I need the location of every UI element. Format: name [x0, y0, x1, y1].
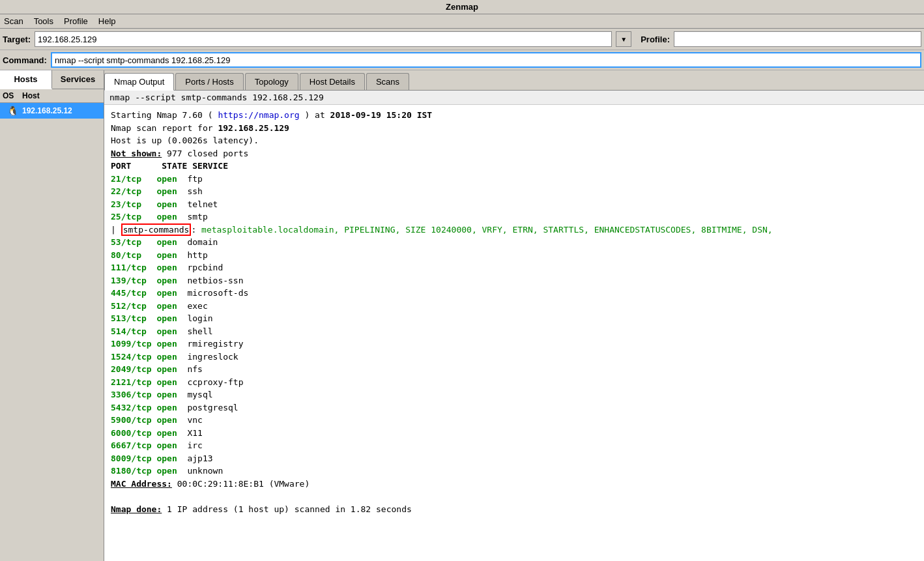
tab-topology[interactable]: Topology [245, 73, 298, 90]
title-bar: Zenmap [0, 0, 924, 14]
tab-scans[interactable]: Scans [366, 73, 409, 90]
output-port-22: 22/tcp open ssh [111, 185, 917, 198]
output-port-25: 25/tcp open smtp [111, 210, 917, 223]
tab-nmap-output[interactable]: Nmap Output [104, 73, 174, 91]
target-input[interactable] [35, 31, 612, 47]
host-ip: 192.168.25.12 [22, 106, 72, 115]
host-item[interactable]: 🐧 192.168.25.12 [0, 103, 104, 119]
menu-scan[interactable]: Scan [4, 16, 23, 26]
smtp-commands-highlight: smtp-commands [121, 223, 192, 236]
tab-hosts[interactable]: Hosts [0, 70, 52, 89]
right-panel: Nmap Output Ports / Hosts Topology Host … [104, 70, 924, 561]
top-tabs: Nmap Output Ports / Hosts Topology Host … [104, 70, 924, 91]
output-line-host-up: Host is up (0.0026s latency). [111, 134, 917, 147]
menu-help[interactable]: Help [98, 16, 116, 26]
host-list-header: OS Host [0, 89, 104, 103]
menu-tools[interactable]: Tools [34, 16, 53, 26]
left-tabs: Hosts Services [0, 70, 104, 89]
cmd-display-text: nmap --script smtp-commands 192.168.25.1… [109, 93, 324, 102]
menu-bar: Scan Tools Profile Help [0, 14, 924, 29]
tab-host-details[interactable]: Host Details [300, 73, 365, 90]
nmap-link[interactable]: https://nmap.org [218, 110, 299, 120]
output-port-6000: 6000/tcp open X11 [111, 427, 917, 440]
output-port-139: 139/tcp open netbios-ssn [111, 274, 917, 287]
app-title: Zenmap [446, 2, 478, 12]
chevron-down-icon: ▼ [620, 36, 627, 43]
output-port-5432: 5432/tcp open postgresql [111, 401, 917, 414]
command-row: Command: [0, 50, 924, 70]
output-port-514: 514/tcp open shell [111, 325, 917, 338]
profile-label: Profile: [641, 35, 670, 44]
left-panel: Hosts Services OS Host 🐧 192.168.25.12 [0, 70, 104, 561]
output-line-report: Nmap scan report for 192.168.25.129 [111, 122, 917, 135]
col-host-header: Host [22, 91, 101, 100]
host-list: 🐧 192.168.25.12 [0, 103, 104, 561]
output-port-445: 445/tcp open microsoft-ds [111, 287, 917, 300]
output-done: Nmap done: 1 IP address (1 host up) scan… [111, 503, 917, 516]
output-port-2049: 2049/tcp open nfs [111, 363, 917, 376]
output-script-line: | smtp-commands: metasploitable.localdom… [111, 223, 917, 237]
profile-input[interactable] [674, 31, 921, 47]
output-mac: MAC Address: 00:0C:29:11:8E:B1 (VMware) [111, 478, 917, 491]
output-port-53: 53/tcp open domain [111, 236, 917, 249]
linux-icon: 🐧 [7, 106, 18, 116]
output-port-21: 21/tcp open ftp [111, 173, 917, 186]
command-input[interactable] [51, 52, 921, 68]
menu-profile[interactable]: Profile [64, 16, 88, 26]
output-port-1524: 1524/tcp open ingreslock [111, 351, 917, 364]
target-row: Target: ▼ Profile: [0, 29, 924, 50]
tab-services[interactable]: Services [52, 70, 104, 89]
output-port-8180: 8180/tcp open unknown [111, 465, 917, 478]
os-icon-cell: 🐧 [3, 104, 22, 117]
command-label: Command: [3, 55, 47, 65]
tab-ports-hosts[interactable]: Ports / Hosts [175, 73, 243, 90]
output-port-512: 512/tcp open exec [111, 300, 917, 313]
output-line-not-shown: Not shown: 977 closed ports [111, 147, 917, 160]
main-area: Hosts Services OS Host 🐧 192.168.25.12 N… [0, 70, 924, 561]
col-os-header: OS [3, 91, 22, 100]
target-label: Target: [3, 35, 31, 44]
output-port-header: PORT STATE SERVICE [111, 160, 917, 173]
cmd-display-bar: nmap --script smtp-commands 192.168.25.1… [104, 91, 924, 105]
output-area: Starting Nmap 7.60 ( https://nmap.org ) … [104, 105, 924, 561]
output-port-6667: 6667/tcp open irc [111, 439, 917, 452]
output-port-5900: 5900/tcp open vnc [111, 414, 917, 427]
output-port-513: 513/tcp open login [111, 312, 917, 325]
output-port-1099: 1099/tcp open rmiregistry [111, 338, 917, 351]
target-dropdown-button[interactable]: ▼ [616, 31, 631, 47]
output-port-23: 23/tcp open telnet [111, 198, 917, 211]
output-port-80: 80/tcp open http [111, 249, 917, 262]
output-port-3306: 3306/tcp open mysql [111, 388, 917, 401]
output-port-111: 111/tcp open rpcbind [111, 261, 917, 274]
output-port-8009: 8009/tcp open ajp13 [111, 452, 917, 465]
output-line-start: Starting Nmap 7.60 ( https://nmap.org ) … [111, 109, 917, 122]
output-blank [111, 490, 917, 503]
output-port-2121: 2121/tcp open ccproxy-ftp [111, 376, 917, 389]
